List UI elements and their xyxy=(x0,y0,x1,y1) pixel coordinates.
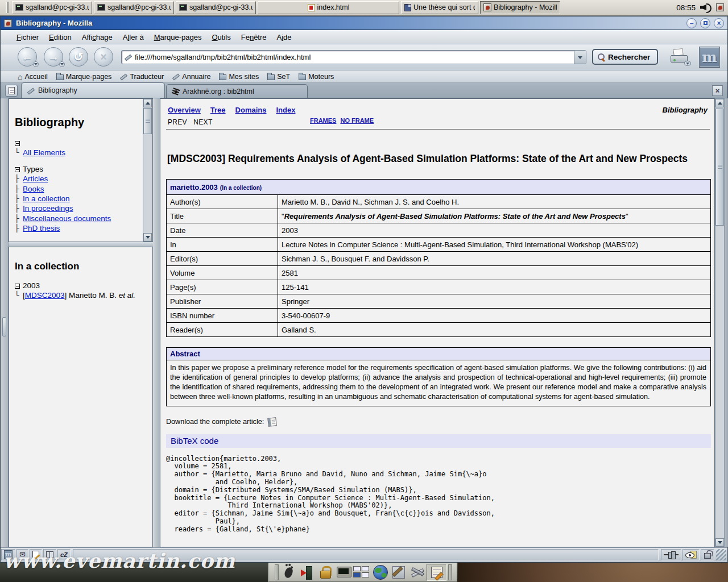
menu-outils[interactable]: Outils xyxy=(207,32,235,43)
taskbar-window-button[interactable]: Bibliography - Mozilla xyxy=(480,1,560,14)
taskbar-window-button[interactable]: sgalland@pc-gi-33.utbn xyxy=(12,1,92,14)
panel-hide-handle[interactable] xyxy=(448,564,452,580)
notepad-launcher[interactable] xyxy=(427,564,446,581)
back-button[interactable]: ← xyxy=(18,47,37,66)
print-button[interactable] xyxy=(671,49,690,64)
scroll-down-icon[interactable] xyxy=(143,233,152,242)
entry-link[interactable]: MDSC2003 xyxy=(25,291,65,300)
tab-close-button[interactable]: × xyxy=(712,85,723,96)
cookie-indicator-icon[interactable] xyxy=(682,549,700,560)
print-dropdown-icon[interactable] xyxy=(684,61,691,66)
taskbar-window-button[interactable]: index.html xyxy=(258,1,399,14)
bookmark-label: Marque-pages xyxy=(66,73,112,81)
tree-collapse-icon[interactable] xyxy=(15,284,20,289)
scrollbar-thumb[interactable] xyxy=(143,108,152,134)
speaker-icon[interactable] xyxy=(700,3,712,12)
url-text[interactable]: file:///home/sgalland/tmp/bib2html/bib2h… xyxy=(135,53,574,61)
browser-content: Bibliography └All Elements Types ├Articl… xyxy=(1,98,728,547)
bookmark-traducteur[interactable]: Traducteur xyxy=(120,73,164,81)
bookmark-accueil[interactable]: ⌂Accueil xyxy=(18,73,48,81)
scrollbar-thumb[interactable] xyxy=(715,109,724,226)
domains-link[interactable]: Domains xyxy=(235,106,267,114)
minimize-button[interactable]: – xyxy=(686,18,697,28)
tree-item: ├Miscellaneous documents xyxy=(15,214,152,223)
noframe-link[interactable]: NO FRAME xyxy=(340,117,374,124)
entry-field-label: Editor(s) xyxy=(167,252,278,266)
forward-button[interactable]: → xyxy=(44,47,63,66)
url-bar[interactable]: file:///home/sgalland/tmp/bib2html/bib2h… xyxy=(121,50,586,64)
window-titlebar[interactable]: Bibliography - Mozilla – × xyxy=(1,16,727,30)
window-resize-grip[interactable] xyxy=(716,549,726,560)
taskbar-grip[interactable] xyxy=(6,2,9,13)
splitter-handle[interactable] xyxy=(2,317,6,336)
tab-list-button[interactable] xyxy=(5,85,18,97)
bookmark-marquepages[interactable]: Marque-pages xyxy=(56,73,112,81)
bottom-panel xyxy=(268,563,457,582)
all-elements-link[interactable]: All Elements xyxy=(23,148,65,157)
menu-aide[interactable]: Aide xyxy=(272,32,296,43)
menu-marquepages[interactable]: Marque-pages xyxy=(150,32,206,43)
entry-field-value: Lecture Notes in Computer Science : Mult… xyxy=(278,238,711,252)
sidebar-link-inacollection[interactable]: In a collection xyxy=(23,194,70,203)
workspace-switcher[interactable] xyxy=(353,564,370,580)
lock-screen-button[interactable] xyxy=(317,564,333,580)
menu-fentre[interactable]: Fenêtre xyxy=(237,32,271,43)
frame-splitter-vertical[interactable] xyxy=(153,98,160,547)
overview-link[interactable]: Overview xyxy=(168,106,201,114)
menu-affichage[interactable]: Affichage xyxy=(77,32,117,43)
tree-link[interactable]: Tree xyxy=(210,106,226,114)
sidebar-collection-frame: In a collection 2003 └[MDSC2003] Mariett… xyxy=(9,247,153,547)
scroll-down-icon[interactable] xyxy=(715,538,724,547)
frame-splitter-horizontal[interactable] xyxy=(9,242,153,247)
scroll-up-icon[interactable] xyxy=(715,99,724,107)
main-scrollbar[interactable] xyxy=(715,98,725,547)
close-button[interactable]: × xyxy=(714,18,724,28)
taskbar-window-button[interactable]: sgalland@pc-gi-33.utbn xyxy=(176,1,256,14)
tree-collapse-icon[interactable] xyxy=(15,141,20,146)
sidebar-link-books[interactable]: Books xyxy=(23,185,44,193)
tree-collapse-icon[interactable] xyxy=(15,167,20,172)
bookmark-annuaire[interactable]: Annuaire xyxy=(172,73,210,81)
url-dropdown-icon[interactable] xyxy=(574,51,586,64)
download-article-icon[interactable] xyxy=(267,417,276,426)
terminal-icon xyxy=(337,567,350,578)
browser-launcher[interactable] xyxy=(372,564,388,580)
panel-hide-handle[interactable] xyxy=(275,564,279,580)
offline-indicator-icon[interactable] xyxy=(661,549,681,560)
menu-aller[interactable]: Aller à xyxy=(118,32,148,43)
bookmark-moteurs[interactable]: Moteurs xyxy=(299,73,334,81)
bookmark-messites[interactable]: Mes sites xyxy=(219,73,259,81)
search-button[interactable]: Rechercher xyxy=(592,49,658,65)
sidebar-link-inproceedings[interactable]: In proceedings xyxy=(23,204,73,213)
maximize-button[interactable] xyxy=(700,18,710,28)
sidebar-tree-frame: Bibliography └All Elements Types ├Articl… xyxy=(9,98,153,242)
stop-button[interactable]: × xyxy=(94,47,113,66)
index-link[interactable]: Index xyxy=(276,106,295,114)
mozilla-logo[interactable]: m xyxy=(699,47,720,68)
menu-edition[interactable]: Edition xyxy=(44,32,76,43)
scroll-up-icon[interactable] xyxy=(143,99,152,107)
tray-mozilla-icon[interactable] xyxy=(716,3,724,11)
logout-button[interactable] xyxy=(299,564,315,580)
terminal-launcher[interactable] xyxy=(335,564,351,580)
tab-bibliography[interactable]: Bibliography xyxy=(21,82,165,98)
frames-link[interactable]: FRAMES xyxy=(310,117,336,124)
reload-button[interactable]: ↺ xyxy=(69,47,88,66)
bookmark-set[interactable]: SeT xyxy=(267,73,290,81)
gnome-menu-button[interactable] xyxy=(280,564,297,580)
sidebar-scrollbar[interactable] xyxy=(143,99,152,242)
taskbar-window-button[interactable]: sgalland@pc-gi-33.utbn xyxy=(94,1,174,14)
sidebar-link-articles[interactable]: Articles xyxy=(23,174,48,183)
sidebar-link-phdthesis[interactable]: PhD thesis xyxy=(23,224,60,232)
tools-launcher[interactable] xyxy=(408,564,425,580)
sidebar-splitter[interactable] xyxy=(1,98,9,547)
forward-dropdown-icon[interactable] xyxy=(59,61,65,67)
back-dropdown-icon[interactable] xyxy=(33,61,39,67)
tab-arakhne[interactable]: Arakhnê.org : bib2html xyxy=(166,84,308,98)
menu-fichier[interactable]: Fichier xyxy=(12,32,43,43)
security-lock-icon[interactable] xyxy=(701,549,714,560)
editor-launcher[interactable] xyxy=(390,564,407,580)
taskbar-window-button[interactable]: Une thèse qui sort du lo xyxy=(401,1,478,14)
page-proxy-icon[interactable] xyxy=(125,53,132,61)
sidebar-link-miscellaneousdocuments[interactable]: Miscellaneous documents xyxy=(23,214,111,223)
